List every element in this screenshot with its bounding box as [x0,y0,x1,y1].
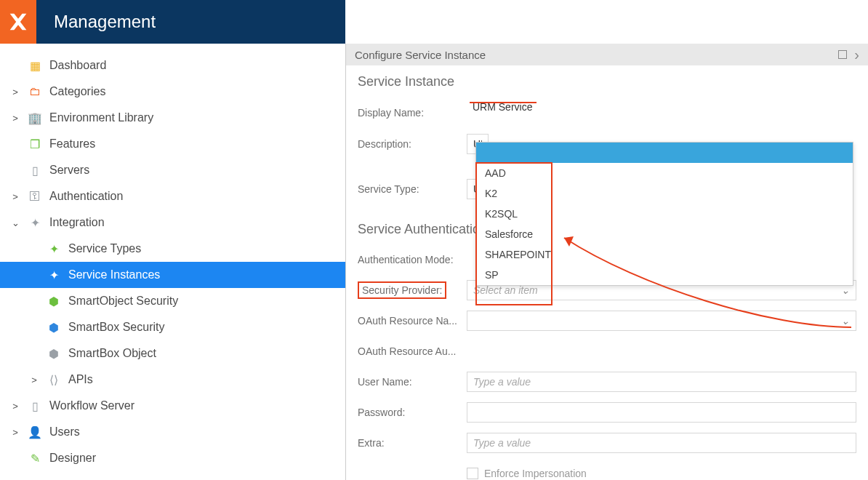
sidebar-item-label: SmartBox Security [68,321,164,334]
enforce-impersonation-checkbox[interactable] [467,468,478,479]
app-header: Management [0,0,345,44]
workflow-icon: ▯ [26,399,44,413]
server-icon: ▯ [26,164,44,177]
tree-caret-icon: > [7,113,23,124]
label-display-name: Display Name: [358,107,467,119]
puzzle-icon: ✦ [26,216,44,230]
tree-caret-icon: > [7,401,23,412]
panel-titlebar: Configure Service Instance › [346,44,868,65]
dropdown-option-sharepoint[interactable]: SHAREPOINT [476,244,853,265]
sidebar-item-servers[interactable]: ▯Servers [0,157,345,183]
maximize-icon[interactable] [838,50,847,59]
sidebar-item-label: Service Instances [68,268,160,281]
sidebar-item-features[interactable]: ❐Features [0,131,345,157]
sidebar-item-environment-library[interactable]: >🏢Environment Library [0,105,345,131]
sidebar-item-integration[interactable]: ⌄✦Integration [0,209,345,236]
sidebar-item-label: Environment Library [49,111,153,124]
close-icon[interactable]: › [854,50,859,59]
dropdown-option-k2[interactable]: K2 [476,183,853,204]
chevron-down-icon: ⌄ [841,284,850,296]
username-input[interactable] [467,372,856,392]
sidebar-item-categories[interactable]: >🗀Categories [0,79,345,105]
key-icon: ⚿ [26,190,44,203]
sidebar-item-designer[interactable]: ✎Designer [0,445,345,471]
designer-icon: ✎ [26,452,44,465]
sidebar-item-label: APIs [68,373,93,386]
sidebar-item-label: Features [49,137,95,151]
chevron-down-icon: ⌄ [841,315,850,327]
label-username: User Name: [358,376,467,388]
puzzle-green-icon: ✦ [45,242,63,256]
label-security-provider: Security Provider: [358,281,446,299]
sidebar-item-service-types[interactable]: ✦Service Types [0,236,345,262]
users-icon: 👤 [26,425,44,439]
label-extra: Extra: [358,437,467,449]
smartbox-sec-icon: ⬢ [45,321,63,335]
label-oauth-aud: OAuth Resource Au... [358,345,467,357]
sidebar-item-dashboard[interactable]: ▦Dashboard [0,52,345,79]
label-service-type: Service Type: [358,183,467,195]
dropdown-option-sp[interactable]: SP [476,265,853,285]
cube-green-icon: ⬢ [45,295,63,308]
dropdown-option-aad[interactable]: AAD [476,163,853,183]
smartbox-obj-icon: ⬢ [45,347,63,361]
features-icon: ❐ [26,137,44,151]
label-enforce-impersonation: Enforce Impersonation [484,468,587,479]
oauth-name-select[interactable]: ⌄ [467,311,856,331]
sidebar-item-apis[interactable]: >⟨⟩APIs [0,367,345,393]
dashboard-icon: ▦ [26,59,44,73]
panel-title: Configure Service Instance [355,49,486,61]
sidebar-item-label: Authentication [49,190,123,203]
security-provider-placeholder: Select an item [473,284,538,296]
main-panel: Configure Service Instance › Service Ins… [345,44,868,480]
sidebar-item-label: SmartBox Object [68,347,156,360]
sidebar-item-service-instances[interactable]: ✦Service Instances [0,262,345,288]
sidebar-item-label: Designer [49,452,96,465]
puzzle-white-icon: ✦ [45,268,63,282]
sidebar-item-smartobject-security[interactable]: ⬢SmartObject Security [0,288,345,314]
sidebar-item-smartbox-security[interactable]: ⬢SmartBox Security [0,314,345,340]
dropdown-option-k2sql[interactable]: K2SQL [476,204,853,224]
sidebar-item-label: SmartObject Security [68,295,178,308]
sidebar-item-label: Integration [49,216,105,229]
password-input[interactable] [467,402,856,423]
tree-caret-icon: > [7,87,23,97]
sidebar-item-label: Servers [49,164,89,177]
tree-caret-icon: > [7,427,23,438]
folder-icon: 🗀 [26,85,44,98]
section-service-instance: Service Instance [346,65,868,97]
app-title: Management [54,12,156,32]
nav-sidebar: ▦Dashboard>🗀Categories>🏢Environment Libr… [0,44,345,480]
label-oauth-name: OAuth Resource Na... [358,315,467,327]
sidebar-item-label: Service Types [68,242,141,255]
auth-mode-dropdown[interactable]: AADK2K2SQLSalesforceSHAREPOINTSP [475,142,853,286]
label-password: Password: [358,407,467,418]
tree-caret-icon: > [26,375,42,385]
api-icon: ⟨⟩ [45,373,63,387]
sidebar-item-label: Workflow Server [49,399,134,412]
logo-x-icon [6,9,31,34]
tree-caret-icon: ⌄ [7,217,23,228]
sidebar-item-workflow-server[interactable]: >▯Workflow Server [0,393,345,419]
label-description: Description: [358,138,467,150]
dropdown-option-salesforce[interactable]: Salesforce [476,224,853,244]
sidebar-item-users[interactable]: >👤Users [0,419,345,445]
sidebar-item-label: Dashboard [49,59,106,72]
sidebar-item-smartbox-object[interactable]: ⬢SmartBox Object [0,340,345,367]
library-icon: 🏢 [26,111,44,125]
sidebar-item-label: Users [49,425,80,439]
dropdown-selected-blank[interactable] [476,143,853,163]
display-name-red-underline [470,102,537,103]
sidebar-item-authentication[interactable]: >⚿Authentication [0,183,345,209]
tree-caret-icon: > [7,191,23,202]
extra-input[interactable] [467,433,856,453]
sidebar-item-label: Categories [49,85,105,98]
app-logo [0,0,36,44]
label-auth-mode: Authentication Mode: [358,254,467,265]
